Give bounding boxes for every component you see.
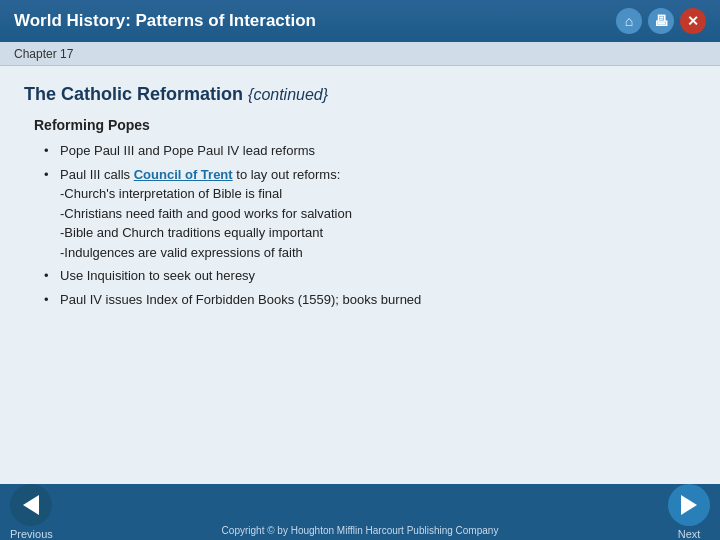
list-item: Pope Paul III and Pope Paul IV lead refo… xyxy=(44,141,696,161)
list-item: -Indulgences are valid expressions of fa… xyxy=(60,243,696,263)
close-icon: ✕ xyxy=(687,13,699,29)
section-continued: {continued} xyxy=(248,86,328,103)
arrow-right-icon xyxy=(681,495,697,515)
home-button[interactable]: ⌂ xyxy=(616,8,642,34)
prev-button-wrapper: Previous xyxy=(10,484,53,540)
list-item: Paul III calls Council of Trent to lay o… xyxy=(44,165,696,263)
list-item: Paul IV issues Index of Forbidden Books … xyxy=(44,290,696,310)
print-button[interactable]: 🖶 xyxy=(648,8,674,34)
header: World History: Patterns of Interaction ⌂… xyxy=(0,0,720,42)
chapter-bar: Chapter 17 xyxy=(0,42,720,66)
copyright-text: Copyright © by Houghton Mifflin Harcourt… xyxy=(222,525,499,536)
home-icon: ⌂ xyxy=(625,13,633,29)
prev-label: Previous xyxy=(10,528,53,540)
chapter-label: Chapter 17 xyxy=(14,47,73,61)
print-icon: 🖶 xyxy=(654,13,668,29)
main-content: The Catholic Reformation {continued} Ref… xyxy=(0,66,720,484)
close-button[interactable]: ✕ xyxy=(680,8,706,34)
app-container: World History: Patterns of Interaction ⌂… xyxy=(0,0,720,540)
list-item: -Christians need faith and good works fo… xyxy=(60,204,696,224)
sub-items: -Church's interpretation of Bible is fin… xyxy=(60,184,696,262)
next-label: Next xyxy=(678,528,701,540)
section-title: The Catholic Reformation {continued} xyxy=(24,84,696,105)
council-of-trent-link[interactable]: Council of Trent xyxy=(134,167,233,182)
previous-button[interactable] xyxy=(10,484,52,526)
app-title: World History: Patterns of Interaction xyxy=(14,11,316,31)
bullet-list: Pope Paul III and Pope Paul IV lead refo… xyxy=(44,141,696,309)
arrow-left-icon xyxy=(23,495,39,515)
footer: Previous Copyright © by Houghton Mifflin… xyxy=(0,484,720,540)
next-button-wrapper: Next xyxy=(668,484,710,540)
next-button[interactable] xyxy=(668,484,710,526)
header-icons: ⌂ 🖶 ✕ xyxy=(616,8,706,34)
list-item: -Bible and Church traditions equally imp… xyxy=(60,223,696,243)
subsection-title: Reforming Popes xyxy=(34,117,696,133)
list-item: -Church's interpretation of Bible is fin… xyxy=(60,184,696,204)
list-item: Use Inquisition to seek out heresy xyxy=(44,266,696,286)
